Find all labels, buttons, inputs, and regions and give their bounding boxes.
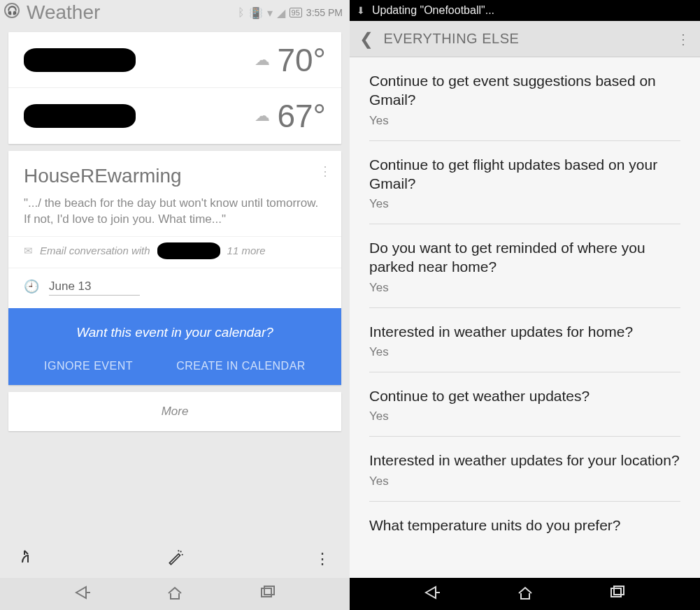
setting-answer: Yes bbox=[369, 197, 680, 211]
weather-row-1[interactable]: ☁ 70° bbox=[8, 32, 341, 88]
event-prompt: Want this event in your calendar? bbox=[22, 325, 327, 340]
svg-rect-4 bbox=[264, 586, 274, 595]
svg-point-0 bbox=[180, 551, 182, 552]
setting-question: Do you want to get reminded of where you… bbox=[369, 238, 680, 277]
status-time: 3:55 PM bbox=[306, 7, 343, 18]
event-card: ⋮ HouseREwarming ".../ the beach for the… bbox=[8, 151, 341, 385]
setting-item[interactable]: Interested in weather updates for home? … bbox=[369, 308, 680, 372]
setting-question: Continue to get flight updates based on … bbox=[369, 155, 680, 194]
meta-suffix: 11 more bbox=[227, 245, 266, 256]
card-menu-icon[interactable]: ⋮ bbox=[319, 164, 331, 179]
event-meta: ✉ Email conversation with 11 more bbox=[8, 236, 341, 268]
customize-icon[interactable] bbox=[166, 548, 185, 570]
clock-icon: 🕘 bbox=[24, 279, 39, 294]
setting-answer: Yes bbox=[369, 281, 680, 295]
right-screen: ⬇ Updating "Onefootball"... ❮ EVERYTHING… bbox=[350, 0, 700, 610]
battery-icon: 95 bbox=[290, 8, 302, 17]
home-icon[interactable] bbox=[164, 582, 185, 606]
back-chevron-icon[interactable]: ❮ bbox=[359, 29, 374, 49]
redacted-location-1 bbox=[24, 48, 136, 72]
event-title: HouseREwarming bbox=[8, 151, 341, 196]
nav-bar bbox=[350, 578, 700, 610]
mail-icon: ✉ bbox=[24, 245, 33, 257]
event-date-input[interactable] bbox=[49, 278, 140, 296]
temp-2: 67° bbox=[277, 97, 326, 135]
svg-point-1 bbox=[182, 554, 183, 555]
event-action-panel: Want this event in your calendar? IGNORE… bbox=[8, 308, 341, 385]
ignore-event-button[interactable]: IGNORE EVENT bbox=[44, 360, 133, 372]
setting-answer: Yes bbox=[369, 114, 680, 128]
svg-rect-3 bbox=[262, 588, 271, 597]
setting-item[interactable]: Do you want to get reminded of where you… bbox=[369, 224, 680, 308]
google-now-bottom-bar: ⋮ bbox=[0, 540, 350, 578]
status-text: Updating "Onefootball"... bbox=[372, 4, 494, 17]
weather-row-2[interactable]: ☁ 67° bbox=[8, 88, 341, 144]
weather-title: Weather bbox=[7, 1, 238, 24]
wifi-icon: ▾ bbox=[267, 6, 273, 20]
setting-question: Continue to get event suggestions based … bbox=[369, 71, 680, 110]
bluetooth-icon: ᛒ bbox=[238, 6, 245, 19]
create-calendar-button[interactable]: CREATE IN CALENDAR bbox=[176, 360, 306, 372]
cloud-icon: ☁ bbox=[255, 107, 270, 125]
left-screen: 🎧 Weather ᛒ 📳 ▾ ◢ 95 3:55 PM ☁ 70° ☁ 67°… bbox=[0, 0, 350, 610]
cloud-icon: ☁ bbox=[255, 51, 270, 69]
meta-prefix: Email conversation with bbox=[40, 245, 150, 256]
svg-point-2 bbox=[178, 550, 179, 551]
event-date-row: 🕘 bbox=[8, 268, 341, 308]
music-icon: 🎧 bbox=[4, 3, 20, 18]
status-bar-left: Weather ᛒ 📳 ▾ ◢ 95 3:55 PM bbox=[0, 0, 350, 25]
svg-rect-5 bbox=[611, 588, 621, 597]
home-icon[interactable] bbox=[515, 582, 536, 606]
redacted-location-2 bbox=[24, 104, 136, 128]
temp-1: 70° bbox=[277, 41, 326, 79]
svg-rect-6 bbox=[614, 586, 624, 595]
settings-list[interactable]: Continue to get event suggestions based … bbox=[350, 57, 700, 578]
event-body: ".../ the beach for the day but won't kn… bbox=[8, 196, 341, 236]
status-bar-right: ⬇ Updating "Onefootball"... bbox=[350, 0, 700, 21]
download-icon: ⬇ bbox=[357, 5, 365, 16]
setting-item[interactable]: Interested in weather updates for your l… bbox=[369, 437, 680, 501]
setting-answer: Yes bbox=[369, 409, 680, 423]
setting-question: Interested in weather updates for your l… bbox=[369, 451, 680, 470]
header-title: EVERYTHING ELSE bbox=[384, 31, 520, 47]
setting-question: Continue to get weather updates? bbox=[369, 386, 680, 405]
recent-icon[interactable] bbox=[607, 582, 628, 606]
setting-question: Interested in weather updates for home? bbox=[369, 322, 680, 341]
setting-item[interactable]: Continue to get event suggestions based … bbox=[369, 57, 680, 141]
settings-header: ❮ EVERYTHING ELSE ⋮ bbox=[350, 21, 700, 57]
back-icon[interactable] bbox=[72, 582, 93, 606]
recent-icon[interactable] bbox=[257, 582, 278, 606]
header-menu-icon[interactable]: ⋮ bbox=[676, 31, 691, 48]
setting-question: What temperature units do you prefer? bbox=[369, 516, 680, 535]
overflow-menu-icon[interactable]: ⋮ bbox=[315, 550, 330, 568]
nav-bar bbox=[0, 578, 350, 610]
setting-answer: Yes bbox=[369, 474, 680, 488]
vibrate-icon: 📳 bbox=[249, 6, 263, 20]
redacted-contact bbox=[157, 242, 220, 259]
setting-item[interactable]: Continue to get weather updates? Yes bbox=[369, 372, 680, 437]
more-button[interactable]: More bbox=[8, 392, 341, 431]
setting-item[interactable]: What temperature units do you prefer? bbox=[369, 502, 680, 535]
setting-answer: Yes bbox=[369, 345, 680, 359]
back-icon[interactable] bbox=[422, 582, 443, 606]
signal-icon: ◢ bbox=[277, 6, 285, 20]
status-icons: ᛒ 📳 ▾ ◢ 95 3:55 PM bbox=[238, 6, 343, 20]
setting-item[interactable]: Continue to get flight updates based on … bbox=[369, 141, 680, 225]
weather-card[interactable]: ☁ 70° ☁ 67° bbox=[8, 32, 341, 144]
reminder-icon[interactable] bbox=[20, 549, 36, 569]
